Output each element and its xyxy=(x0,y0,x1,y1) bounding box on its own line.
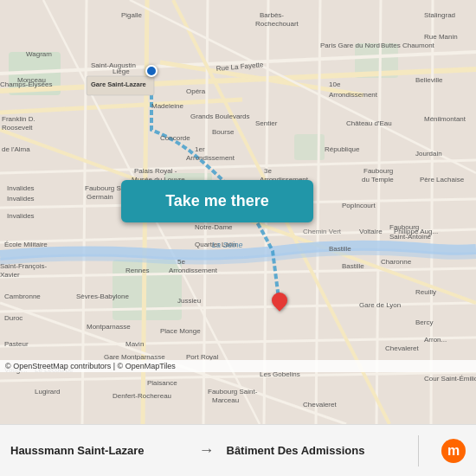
svg-text:Place Monge: Place Monge xyxy=(160,327,201,335)
svg-text:de l'Alma: de l'Alma xyxy=(2,145,30,153)
origin-marker xyxy=(145,65,158,77)
svg-text:Grands Boulevards: Grands Boulevards xyxy=(190,113,249,120)
app-container: Wagram Monceau Stalingrad Buttes Chaumon… xyxy=(0,0,476,476)
svg-text:Mavin: Mavin xyxy=(125,340,144,348)
svg-text:Voltaire: Voltaire xyxy=(359,228,383,235)
moovit-icon: m xyxy=(441,439,466,463)
svg-text:Rochechouart: Rochechouart xyxy=(255,20,299,28)
svg-text:Concorde: Concorde xyxy=(160,134,190,142)
svg-text:PopIncourt: PopIncourt xyxy=(342,202,376,209)
svg-text:Palais Royal -: Palais Royal - xyxy=(134,167,177,175)
svg-text:Jussieu: Jussieu xyxy=(177,297,201,305)
svg-text:Chevaleret: Chevaleret xyxy=(385,344,419,352)
svg-text:Saint-Augustin: Saint-Augustin xyxy=(91,61,136,69)
svg-text:Arrondissement: Arrondissement xyxy=(329,91,378,99)
take-me-there-button[interactable]: Take me there xyxy=(121,180,313,222)
svg-text:Champs-Elysées: Champs-Elysées xyxy=(0,80,52,88)
svg-text:Roosevelt: Roosevelt xyxy=(2,124,33,132)
map-area[interactable]: Wagram Monceau Stalingrad Buttes Chaumon… xyxy=(0,0,476,424)
svg-text:Marceau: Marceau xyxy=(212,396,239,404)
svg-text:Faubourg Saint-: Faubourg Saint- xyxy=(208,388,258,396)
footer-to: Bâtiment Des Admissions xyxy=(227,444,403,457)
svg-text:Sèvres-Babylone: Sèvres-Babylone xyxy=(76,293,129,300)
svg-text:Barbès-: Barbès- xyxy=(260,11,284,19)
svg-text:Invalides: Invalides xyxy=(7,195,35,203)
svg-text:Buttes Chaumont: Buttes Chaumont xyxy=(381,42,435,49)
svg-text:Arrondissement: Arrondissement xyxy=(169,267,218,274)
footer-arrow-icon: → xyxy=(199,441,215,460)
svg-text:Ménilmontant: Ménilmontant xyxy=(424,115,466,123)
moovit-logo: m xyxy=(441,439,466,463)
svg-text:Cambronne: Cambronne xyxy=(4,293,41,300)
svg-text:1er: 1er xyxy=(195,145,205,153)
destination-marker xyxy=(272,293,287,313)
svg-text:Opéra: Opéra xyxy=(186,87,206,95)
svg-text:Saint-François-: Saint-François- xyxy=(0,262,48,270)
svg-text:Invalides: Invalides xyxy=(7,212,35,220)
svg-text:Chevaleret: Chevaleret xyxy=(303,401,337,408)
svg-text:Faubourg St-: Faubourg St- xyxy=(85,184,125,192)
svg-text:Stalingrad: Stalingrad xyxy=(424,11,455,19)
svg-text:Père Lachaise: Père Lachaise xyxy=(420,176,465,183)
svg-text:du Temple: du Temple xyxy=(362,176,394,183)
svg-text:Bourse: Bourse xyxy=(212,128,235,136)
map-attribution: © OpenStreetMap contributors | © OpenMap… xyxy=(0,360,476,372)
svg-text:10e: 10e xyxy=(329,80,341,88)
to-label: Bâtiment Des Admissions xyxy=(227,444,403,457)
svg-text:Germain: Germain xyxy=(87,193,113,201)
svg-text:Xavier: Xavier xyxy=(0,271,20,279)
svg-text:La Seine: La Seine xyxy=(212,241,243,249)
svg-text:Notre-Dame: Notre-Dame xyxy=(195,223,233,231)
svg-text:Gare Saint-Lazare: Gare Saint-Lazare xyxy=(91,80,146,88)
svg-text:Gare de Lyon: Gare de Lyon xyxy=(359,301,401,309)
svg-text:Duroc: Duroc xyxy=(4,314,23,322)
svg-text:Château d'Eau: Château d'Eau xyxy=(346,119,392,127)
svg-text:Pigalle: Pigalle xyxy=(121,11,143,19)
svg-text:Jourdain: Jourdain xyxy=(415,150,442,158)
svg-text:Madeleine: Madeleine xyxy=(151,102,183,110)
svg-text:Reuilly: Reuilly xyxy=(415,288,436,296)
svg-text:Plaisance: Plaisance xyxy=(147,379,177,387)
svg-text:Arron...: Arron... xyxy=(424,336,447,344)
svg-text:Faubourg: Faubourg xyxy=(363,167,393,175)
svg-text:Wagram: Wagram xyxy=(26,50,52,58)
svg-text:Cour Saint-Émilion: Cour Saint-Émilion xyxy=(424,375,476,383)
footer-divider xyxy=(418,435,419,466)
svg-text:Bastille: Bastille xyxy=(342,262,364,270)
svg-text:Franklin D.: Franklin D. xyxy=(2,115,35,123)
svg-text:Rue Manin: Rue Manin xyxy=(424,33,458,41)
svg-text:5e: 5e xyxy=(177,258,185,266)
svg-text:Lugirard: Lugirard xyxy=(35,388,60,396)
svg-text:Denfert-Rochereau: Denfert-Rochereau xyxy=(113,392,171,400)
footer-from: Haussmann Saint-Lazare xyxy=(10,444,187,457)
svg-text:Montparnasse: Montparnasse xyxy=(87,323,131,331)
svg-text:Charonne: Charonne xyxy=(381,258,412,266)
svg-text:Bastille: Bastille xyxy=(329,245,351,253)
svg-text:Philippe Aug...: Philippe Aug... xyxy=(394,228,438,235)
svg-text:Arrondissement: Arrondissement xyxy=(186,154,235,162)
svg-text:Belleville: Belleville xyxy=(415,76,443,84)
svg-text:3e: 3e xyxy=(264,167,272,175)
from-label: Haussmann Saint-Lazare xyxy=(10,444,187,457)
svg-text:Sentier: Sentier xyxy=(255,119,278,127)
footer-bar: Haussmann Saint-Lazare → Bâtiment Des Ad… xyxy=(0,424,476,476)
svg-text:Invalides: Invalides xyxy=(7,184,35,192)
svg-text:École Militaire: École Militaire xyxy=(4,241,48,248)
svg-text:République: République xyxy=(325,145,360,153)
svg-text:Pasteur: Pasteur xyxy=(4,340,29,348)
svg-text:Rennes: Rennes xyxy=(125,267,150,274)
svg-text:Bercy: Bercy xyxy=(415,318,433,326)
svg-text:Paris Gare du Nord: Paris Gare du Nord xyxy=(320,42,380,49)
svg-text:Chemin Vert: Chemin Vert xyxy=(303,228,342,235)
